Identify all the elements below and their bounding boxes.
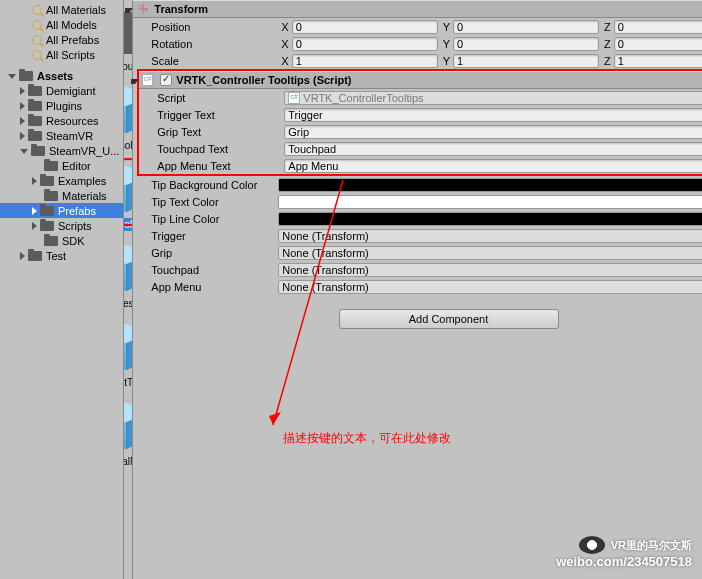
expand-icon[interactable] (32, 207, 37, 215)
annotation-text: 描述按键的文本，可在此处修改 (283, 430, 451, 447)
z-input[interactable] (614, 37, 702, 51)
color-swatch[interactable] (278, 178, 702, 192)
expand-icon[interactable] (20, 87, 25, 95)
folder-item[interactable]: SteamVR (0, 128, 123, 143)
assets-grid[interactable]: ResourcesConsoleVi...ControllerT...Frame… (124, 0, 133, 579)
search-filter[interactable]: All Materials (0, 2, 123, 17)
object-prop-row: GripNone (Transform) (133, 244, 702, 261)
text-prop-row: App Menu Text (139, 157, 702, 174)
collapse-icon[interactable] (125, 8, 133, 13)
asset-label: ControllerT... (124, 218, 133, 231)
folder-item[interactable]: Demigiant (0, 83, 123, 98)
object-field[interactable]: None (Transform) (278, 246, 702, 260)
text-input[interactable] (284, 159, 702, 173)
y-input[interactable] (453, 37, 599, 51)
axis-label: Y (440, 21, 453, 33)
project-hierarchy[interactable]: All Materials All Models All Prefabs All… (0, 0, 124, 579)
folder-item[interactable]: Examples (0, 173, 123, 188)
collapse-icon[interactable] (131, 79, 139, 84)
folder-icon (44, 191, 58, 201)
expand-icon[interactable] (20, 149, 28, 154)
folder-item[interactable]: Plugins (0, 98, 123, 113)
script-object-field[interactable]: c#VRTK_ControllerTooltips (284, 91, 702, 105)
prop-label: Trigger Text (157, 109, 284, 121)
prop-label: Grip (151, 247, 278, 259)
add-component-button[interactable]: Add Component (339, 309, 559, 329)
x-input[interactable] (292, 20, 438, 34)
expand-icon[interactable] (20, 132, 25, 140)
folder-item[interactable]: SteamVR_U... (0, 143, 123, 158)
expand-icon[interactable] (20, 252, 25, 260)
prop-label: Tip Line Color (151, 213, 278, 225)
text-input[interactable] (284, 125, 702, 139)
search-icon (32, 50, 42, 60)
object-field[interactable]: None (Transform) (278, 263, 702, 277)
script-icon: c# (288, 92, 300, 104)
prefab-cube-icon (124, 162, 133, 216)
expand-icon[interactable] (20, 102, 25, 110)
prop-label: Tip Text Color (151, 196, 278, 208)
asset-label: Resources (124, 60, 133, 73)
prefab-cube-icon (124, 320, 133, 374)
prop-label: App Menu (151, 281, 278, 293)
enable-checkbox[interactable] (160, 74, 172, 86)
z-input[interactable] (614, 20, 702, 34)
color-prop-row: Tip Line Color✎ (133, 210, 702, 227)
search-filter[interactable]: All Scripts (0, 47, 123, 62)
object-prop-row: App MenuNone (Transform) (133, 278, 702, 295)
object-field[interactable]: None (Transform) (278, 229, 702, 243)
x-input[interactable] (292, 37, 438, 51)
expand-icon[interactable] (20, 117, 25, 125)
component-title: Transform (154, 3, 702, 15)
text-input[interactable] (284, 142, 702, 156)
folder-item[interactable]: Materials (0, 188, 123, 203)
text-prop-row: Grip Text (139, 123, 702, 140)
y-input[interactable] (453, 54, 599, 68)
expand-icon[interactable] (8, 74, 16, 79)
color-swatch[interactable] (278, 195, 702, 209)
folder-item[interactable]: SDK (0, 233, 123, 248)
folder-icon (44, 236, 58, 246)
prop-label: Scale (151, 55, 278, 67)
axis-label: X (278, 55, 291, 67)
folder-item-prefabs[interactable]: Prefabs (0, 203, 123, 218)
prefab-cube-icon (124, 83, 133, 137)
asset-label: ObjectToolti... (124, 376, 133, 389)
folder-icon (28, 101, 42, 111)
axis-label: Y (440, 38, 453, 50)
search-filter[interactable]: All Prefabs (0, 32, 123, 47)
text-input[interactable] (284, 108, 702, 122)
color-prop-row: Tip Text Color✎ (133, 193, 702, 210)
z-input[interactable] (614, 54, 702, 68)
transform-scale-row: Scale X Y Z (133, 52, 702, 69)
expand-icon[interactable] (32, 222, 37, 230)
folder-item[interactable]: Scripts (0, 218, 123, 233)
vrtk-tooltips-header[interactable]: c# VRTK_Controller Tooltips (Script) ? ⚙ (139, 71, 702, 89)
folder-item[interactable]: Test (0, 248, 123, 263)
folder-icon (28, 86, 42, 96)
color-swatch[interactable] (278, 212, 702, 226)
search-filter[interactable]: All Models (0, 17, 123, 32)
prop-label: App Menu Text (157, 160, 284, 172)
folder-icon (28, 251, 42, 261)
y-input[interactable] (453, 20, 599, 34)
folder-item[interactable]: Editor (0, 158, 123, 173)
transform-header[interactable]: Transform ? ⚙ (133, 0, 702, 18)
script-field-row: Script c#VRTK_ControllerTooltips (139, 89, 702, 106)
folder-item[interactable]: Resources (0, 113, 123, 128)
search-icon (32, 5, 42, 15)
axis-label: Z (601, 55, 614, 67)
expand-icon[interactable] (32, 177, 37, 185)
annotation-highlight-box: c# VRTK_Controller Tooltips (Script) ? ⚙… (137, 69, 702, 176)
prop-label: Trigger (151, 230, 278, 242)
search-icon (32, 20, 42, 30)
folder-assets[interactable]: Assets (0, 68, 123, 83)
asset-label: FramesPer... (124, 297, 133, 310)
axis-label: X (278, 21, 291, 33)
script-component-icon: c# (142, 73, 156, 87)
prop-label: Tip Background Color (151, 179, 278, 191)
object-field[interactable]: None (Transform) (278, 280, 702, 294)
svg-marker-1 (269, 412, 281, 425)
x-input[interactable] (292, 54, 438, 68)
prop-label: Touchpad Text (157, 143, 284, 155)
